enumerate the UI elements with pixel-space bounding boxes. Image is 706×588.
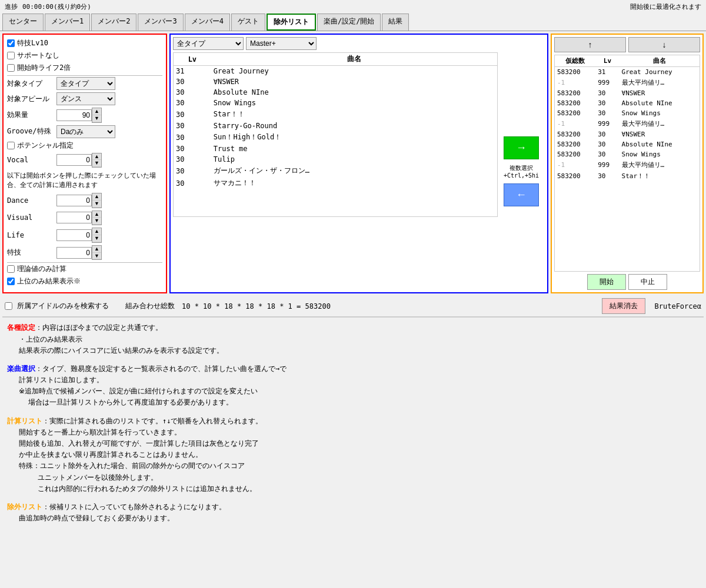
- song-row[interactable]: 30Star！！: [174, 108, 497, 121]
- visual-input[interactable]: [56, 212, 92, 223]
- song-row[interactable]: 30Trust me: [174, 143, 497, 154]
- desc-text1: 内容はほぼ今までの設定と共通です。: [42, 323, 162, 332]
- result-row[interactable]: 58320030Absolute NIne: [555, 98, 700, 108]
- start-button[interactable]: 開始: [587, 274, 626, 290]
- effect-down-btn[interactable]: ▼: [92, 115, 101, 122]
- result-row[interactable]: 58320030∀NSWER: [555, 129, 700, 139]
- song-row[interactable]: 31Great Journey: [174, 66, 497, 77]
- result-lv: 30: [595, 129, 619, 139]
- type-select[interactable]: 全タイプ: [56, 77, 115, 90]
- stop-button[interactable]: 中止: [628, 274, 667, 290]
- remove-from-list-button[interactable]: ←: [504, 183, 539, 206]
- tab-guest[interactable]: ゲスト: [231, 14, 265, 31]
- vocal-spinner: ▲ ▼: [56, 153, 102, 168]
- result-row[interactable]: 58320030Snow Wings: [555, 108, 700, 118]
- dance-input[interactable]: [56, 195, 92, 206]
- dance-down-btn[interactable]: ▼: [92, 201, 101, 208]
- result-name: Absolute NIne: [620, 98, 700, 108]
- result-row[interactable]: -1999最大平均値リ…: [555, 159, 700, 171]
- result-row[interactable]: 58320030∀NSWER: [555, 88, 700, 98]
- tab-results[interactable]: 結果: [382, 14, 409, 31]
- add-to-list-button[interactable]: →: [504, 136, 539, 159]
- effect-label: 効果量: [7, 110, 54, 120]
- groove-label: Groove/特殊: [7, 126, 54, 136]
- result-row[interactable]: -1999最大平均値リ…: [555, 118, 700, 129]
- combo-formula: 10 * 10 * 18 * 18 * 18 * 1 = 583200: [182, 302, 331, 310]
- tab-song-settings[interactable]: 楽曲/設定/開始: [317, 14, 381, 31]
- groove-select[interactable]: Daのみ: [56, 125, 115, 138]
- song-row[interactable]: 30Tulip: [174, 154, 497, 165]
- theory-checkbox[interactable]: [7, 265, 15, 273]
- song-name: Trust me: [211, 143, 497, 154]
- potential-checkbox[interactable]: [7, 142, 15, 149]
- move-down-button[interactable]: ↓: [628, 37, 700, 52]
- effect-input[interactable]: [56, 109, 92, 121]
- song-row[interactable]: 30ガールズ・イン・ザ・フロン…: [174, 165, 497, 177]
- song-list[interactable]: Lv 曲名 31Great Journey30∀NSWER30Absolute …: [173, 52, 498, 217]
- tab-center[interactable]: センター: [2, 14, 44, 31]
- arrow-area: → 複数選択+Ctrl,+Shi ←: [498, 52, 545, 290]
- result-row[interactable]: 58320030Star！！: [555, 171, 700, 182]
- result-row[interactable]: 58320031Great Journey: [555, 67, 700, 78]
- support-checkbox[interactable]: [7, 52, 15, 59]
- description-area: 各種設定：内容はほぼ今までの設定と共通です。 ・上位のみ結果表示 結果表示の際に…: [0, 318, 706, 536]
- result-row[interactable]: -1999最大平均値リ…: [555, 77, 700, 88]
- vocal-up-btn[interactable]: ▲: [92, 153, 101, 161]
- theory-row: 理論値のみ計算: [7, 264, 162, 274]
- vocal-down-btn[interactable]: ▼: [92, 160, 101, 167]
- result-row[interactable]: 58320030Snow Wings: [555, 149, 700, 159]
- member-only-checkbox[interactable]: [5, 302, 12, 310]
- desc-section2: 楽曲選択：タイプ、難易度を設定すると一覧表示されるので、計算したい曲を選んで→で…: [7, 363, 699, 409]
- life-checkbox-row: 開始時ライフ2倍: [7, 63, 162, 73]
- skill-up-btn[interactable]: ▲: [92, 246, 101, 253]
- skill-input[interactable]: [56, 247, 92, 259]
- middle-type-select[interactable]: 全タイプ: [173, 37, 244, 50]
- top-only-checkbox[interactable]: [7, 278, 15, 285]
- song-row[interactable]: 30Sun！High！Gold！: [174, 131, 497, 143]
- vocal-input[interactable]: [56, 154, 92, 166]
- middle-difficulty-select[interactable]: Master+: [246, 37, 317, 50]
- result-score: 583200: [555, 67, 595, 78]
- song-row[interactable]: 30Absolute NIne: [174, 87, 497, 98]
- tab-member1[interactable]: メンバー1: [45, 14, 90, 31]
- result-lv: 30: [595, 98, 619, 108]
- life-checkbox[interactable]: [7, 64, 15, 72]
- appeal-select[interactable]: ダンス: [56, 92, 115, 105]
- visual-down-btn[interactable]: ▼: [92, 218, 101, 225]
- note-text: 以下は開始ボタンを押した際にチェックしていた場合、全ての計算に適用されます: [7, 171, 162, 189]
- tab-member2[interactable]: メンバー2: [91, 14, 136, 31]
- song-name: サマカニ！！: [211, 177, 497, 189]
- skill-down-btn[interactable]: ▼: [92, 253, 101, 260]
- skill-checkbox[interactable]: [7, 39, 15, 47]
- tab-member4[interactable]: メンバー4: [185, 14, 230, 31]
- dance-spinner-btns: ▲ ▼: [92, 193, 102, 208]
- visual-up-btn[interactable]: ▲: [92, 211, 101, 218]
- life-input[interactable]: [56, 229, 92, 241]
- life-down-btn[interactable]: ▼: [92, 235, 101, 242]
- desc-text3: 結果表示の際にハイスコアに近い結果のみを表示する設定です。: [7, 346, 224, 355]
- dance-label: Dance: [7, 196, 54, 205]
- effect-up-btn[interactable]: ▲: [92, 108, 101, 115]
- tab-exclusion-list[interactable]: 除外リスト: [267, 14, 316, 31]
- result-clear-button[interactable]: 結果消去: [602, 298, 645, 314]
- progress-time: 00:00:00(残り約0分): [22, 2, 91, 11]
- dance-up-btn[interactable]: ▲: [92, 193, 101, 201]
- song-row[interactable]: 30∀NSWER: [174, 76, 497, 87]
- life-up-btn[interactable]: ▲: [92, 228, 101, 235]
- groove-row: Groove/特殊 Daのみ: [7, 125, 162, 138]
- song-row[interactable]: 30Starry-Go-Round: [174, 121, 497, 131]
- move-up-button[interactable]: ↑: [554, 37, 626, 52]
- song-row[interactable]: 30Snow Wings: [174, 98, 497, 108]
- result-table[interactable]: 仮総数 Lv 曲名 58320031Great Journey-1999最大平均…: [554, 55, 700, 272]
- song-lv: 30: [174, 154, 211, 165]
- desc-excl-text1: ：候補リストに入っていても除外されるようになります。: [42, 503, 226, 511]
- tab-member3[interactable]: メンバー3: [138, 14, 183, 31]
- desc-text2: ・上位のみ結果表示: [7, 335, 82, 343]
- result-row[interactable]: 58320030Absolute NIne: [555, 139, 700, 149]
- visual-spinner: ▲ ▼: [56, 211, 102, 226]
- potential-label: ポテンシャル指定: [17, 141, 74, 151]
- song-lv: 30: [174, 76, 211, 87]
- song-row[interactable]: 30サマカニ！！: [174, 177, 497, 189]
- song-name: Starry-Go-Round: [211, 121, 497, 131]
- desc-song-text3: ※追加時点で候補メンバー、設定が曲に紐付けられますので設定を変えたい: [7, 387, 258, 395]
